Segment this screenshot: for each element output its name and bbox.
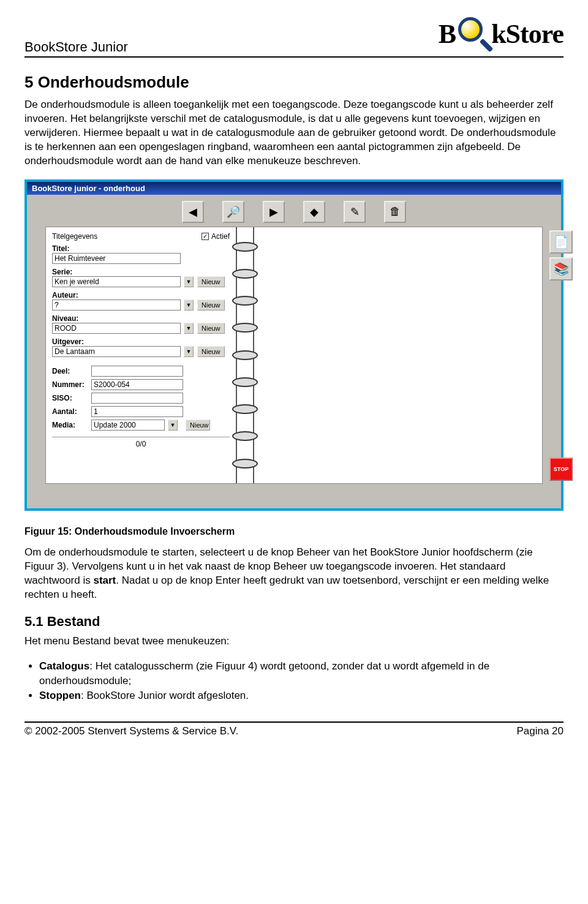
toolbar-search-button[interactable]: 🔎 bbox=[222, 201, 244, 223]
stop-button[interactable]: STOP bbox=[549, 458, 573, 481]
deel-input[interactable] bbox=[91, 366, 183, 377]
auteur-input[interactable] bbox=[52, 299, 181, 311]
uitgever-nieuw-button[interactable]: Nieuw bbox=[197, 346, 225, 357]
doc-footer: © 2002-2005 Stenvert Systems & Service B… bbox=[24, 721, 564, 737]
chevron-down-icon[interactable]: ▼ bbox=[184, 323, 194, 334]
binder-left-page: Titelgegevens ✓ Actief Titel: Serie: ▼ N… bbox=[46, 227, 236, 483]
app-window-title: BookStore junior - onderhoud bbox=[27, 182, 561, 195]
list-item: Catalogus: Het catalogusscherm (zie Figu… bbox=[39, 659, 564, 688]
toolbar-prev-button[interactable]: ◀ bbox=[182, 201, 204, 223]
doc-header: BookStore Junior B kStore bbox=[24, 12, 564, 58]
nummer-label: Nummer: bbox=[52, 380, 89, 389]
aantal-label: Aantal: bbox=[52, 407, 89, 416]
side-note-icon[interactable]: 📄 bbox=[549, 230, 573, 254]
after-figure-paragraph: Om de onderhoudsmodule te starten, selec… bbox=[24, 546, 564, 602]
serie-label: Serie: bbox=[52, 268, 230, 276]
checkbox-icon: ✓ bbox=[202, 233, 209, 240]
uitgever-input[interactable] bbox=[52, 346, 181, 357]
bestand-menu-list: Catalogus: Het catalogusscherm (zie Figu… bbox=[24, 659, 564, 702]
toolbar-tag-button[interactable]: ◆ bbox=[303, 201, 325, 223]
chevron-down-icon[interactable]: ▼ bbox=[184, 276, 194, 287]
doc-title: BookStore Junior bbox=[24, 39, 128, 55]
actief-label: Actief bbox=[211, 232, 230, 241]
bullet-rest: : Het catalogusscherm (zie Figuur 4) wor… bbox=[39, 660, 489, 687]
aantal-input[interactable] bbox=[91, 406, 183, 417]
auteur-nieuw-button[interactable]: Nieuw bbox=[197, 299, 225, 311]
chevron-down-icon[interactable]: ▼ bbox=[184, 299, 194, 311]
toolbar-delete-button[interactable]: 🗑 bbox=[384, 201, 406, 223]
logo-text-right: kStore bbox=[491, 18, 564, 50]
bullet-bold: Catalogus bbox=[39, 660, 89, 672]
chevron-down-icon[interactable]: ▼ bbox=[184, 346, 194, 357]
footer-page: Pagina 20 bbox=[516, 725, 564, 737]
media-nieuw-button[interactable]: Nieuw bbox=[186, 420, 210, 431]
footer-copyright: © 2002-2005 Stenvert Systems & Service B… bbox=[24, 725, 238, 737]
deel-label: Deel: bbox=[52, 367, 89, 375]
bookstore-logo: B kStore bbox=[439, 12, 564, 55]
section-5-1-heading: 5.1 Bestand bbox=[24, 614, 564, 630]
niveau-input[interactable] bbox=[52, 323, 181, 334]
bullet-rest: : BookStore Junior wordt afgesloten. bbox=[81, 690, 249, 701]
list-item: Stoppen: BookStore Junior wordt afgeslot… bbox=[39, 688, 564, 703]
nummer-input[interactable] bbox=[91, 379, 183, 390]
bullet-bold: Stoppen bbox=[39, 690, 81, 701]
serie-nieuw-button[interactable]: Nieuw bbox=[197, 276, 225, 287]
actief-checkbox[interactable]: ✓ Actief bbox=[202, 232, 230, 241]
password-start: start bbox=[93, 574, 116, 586]
toolbar-next-button[interactable]: ▶ bbox=[263, 201, 285, 223]
section-5-heading: 5 Onderhoudsmodule bbox=[24, 73, 564, 92]
niveau-label: Niveau: bbox=[52, 314, 230, 323]
section-label-titelgegevens: Titelgegevens bbox=[52, 232, 97, 241]
uitgever-label: Uitgever: bbox=[52, 337, 230, 346]
app-toolbar: ◀ 🔎 ▶ ◆ ✎ 🗑 bbox=[45, 201, 543, 223]
auteur-label: Auteur: bbox=[52, 291, 230, 299]
binder: Titelgegevens ✓ Actief Titel: Serie: ▼ N… bbox=[45, 227, 543, 484]
binder-rings bbox=[236, 227, 254, 483]
niveau-nieuw-button[interactable]: Nieuw bbox=[197, 323, 225, 334]
media-label: Media: bbox=[52, 421, 89, 429]
binder-right-page: 📄 📚 STOP bbox=[254, 227, 542, 483]
siso-input[interactable] bbox=[91, 393, 183, 404]
chevron-down-icon[interactable]: ▼ bbox=[168, 420, 178, 431]
section-5-intro: De onderhoudsmodule is alleen toegankeli… bbox=[24, 98, 564, 168]
magnifier-icon bbox=[452, 12, 495, 55]
media-input[interactable] bbox=[91, 420, 165, 431]
section-5-1-intro: Het menu Bestand bevat twee menukeuzen: bbox=[24, 635, 564, 649]
side-books-icon[interactable]: 📚 bbox=[549, 257, 573, 281]
siso-label: SISO: bbox=[52, 394, 89, 402]
figure-15-caption: Figuur 15: Onderhoudsmodule Invoerscherm bbox=[24, 526, 564, 537]
toolbar-edit-button[interactable]: ✎ bbox=[344, 201, 366, 223]
pager-label: 0/0 bbox=[52, 437, 230, 448]
titel-input[interactable] bbox=[52, 253, 181, 264]
titel-label: Titel: bbox=[52, 244, 230, 253]
serie-input[interactable] bbox=[52, 276, 181, 287]
app-screenshot-frame: BookStore junior - onderhoud ◀ 🔎 ▶ ◆ ✎ 🗑… bbox=[24, 179, 564, 511]
